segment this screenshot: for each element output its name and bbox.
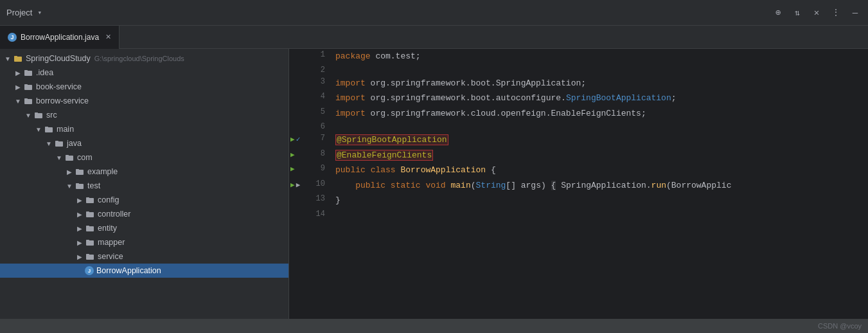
- svg-rect-1: [14, 56, 17, 57]
- dropdown-arrow[interactable]: ▾: [37, 8, 42, 17]
- keyword: import: [335, 109, 366, 118]
- linenum-5: 5: [305, 106, 333, 122]
- svg-rect-19: [76, 183, 79, 184]
- item-name-borrowapplication: BorrowApplication: [96, 266, 161, 275]
- svg-rect-14: [66, 156, 73, 161]
- linenum-2: 2: [305, 64, 333, 76]
- gutter-9: ▶: [289, 163, 305, 178]
- folder-icon-com: [64, 152, 75, 163]
- linecontent-1: package com.test;: [333, 49, 868, 64]
- svg-rect-16: [76, 170, 84, 175]
- keyword: package: [335, 51, 371, 61]
- sidebar-item-main[interactable]: main: [0, 122, 288, 136]
- folder-icon-main: [44, 124, 54, 134]
- menu-icon[interactable]: ⋮: [829, 6, 842, 19]
- sidebar-item-entity[interactable]: entity: [0, 221, 288, 235]
- svg-rect-22: [86, 212, 94, 217]
- sidebar-item-borrow-service[interactable]: borrow-service: [0, 94, 288, 108]
- linecontent-9: public class BorrowApplication {: [333, 163, 868, 178]
- globe-icon[interactable]: ⊕: [772, 6, 784, 19]
- linecontent-4: import org.springframework.boot.autoconf…: [333, 91, 868, 106]
- run-icon-10[interactable]: ▶: [290, 181, 295, 189]
- svg-rect-21: [86, 197, 89, 199]
- gutter-6: [289, 121, 305, 132]
- code-line-10: ▶ ▶ 10 public static void main(String[] …: [289, 178, 868, 194]
- chevron-config: [75, 195, 85, 205]
- svg-rect-12: [55, 141, 63, 147]
- sidebar-item-service[interactable]: service: [0, 249, 288, 264]
- folder-icon-java: [54, 138, 64, 148]
- sidebar-item-springcloudstudy[interactable]: SpringCloudStudy G:\springcloud\SpringCl…: [0, 51, 288, 66]
- code-text: [] args): [506, 181, 551, 190]
- sidebar-item-com[interactable]: com: [0, 150, 288, 165]
- run-icon-9[interactable]: ▶: [289, 164, 295, 173]
- linenum-9: 9: [305, 163, 333, 178]
- gutter-8: ▶: [289, 148, 305, 163]
- item-name-controller: controller: [98, 210, 130, 219]
- svg-rect-24: [86, 226, 94, 231]
- minimize-icon[interactable]: —: [849, 6, 862, 19]
- linenum-7: 7: [305, 132, 333, 148]
- java-file-icon: J: [8, 33, 17, 42]
- spring-class-name: SpringBootApplication: [566, 93, 671, 103]
- chevron-controller: [75, 209, 85, 219]
- run-icon-8[interactable]: ▶: [290, 150, 295, 159]
- linenum-8: 8: [305, 148, 333, 163]
- chevron-test: [64, 181, 75, 191]
- chevron-idea: [13, 68, 23, 78]
- sidebar-item-config[interactable]: config: [0, 193, 288, 207]
- method-name: run: [651, 181, 666, 190]
- linenum-4: 4: [305, 91, 333, 106]
- folder-icon-entity: [85, 223, 95, 233]
- sidebar-item-borrowapplication[interactable]: J BorrowApplication: [0, 264, 288, 278]
- sidebar-item-example[interactable]: example: [0, 165, 288, 179]
- code-text: ;: [671, 93, 677, 103]
- sidebar-item-controller[interactable]: controller: [0, 207, 288, 221]
- item-name-book-service: book-service: [36, 82, 82, 91]
- sidebar-item-src[interactable]: src: [0, 108, 288, 122]
- item-name-com: com: [77, 153, 93, 162]
- project-label: Project: [6, 8, 32, 17]
- file-tab[interactable]: J BorrowApplication.java ✕: [0, 26, 120, 49]
- gutter-7: ▶ ✓: [289, 132, 305, 148]
- folder-icon-example: [75, 166, 85, 177]
- code-line-13: 13 }: [289, 193, 868, 208]
- code-line-4: 4 import org.springframework.boot.autoco…: [289, 91, 868, 106]
- close-icon[interactable]: ✕: [810, 6, 823, 19]
- updown-icon[interactable]: ⇅: [791, 6, 804, 19]
- svg-rect-8: [35, 113, 42, 118]
- folder-icon-idea: [23, 68, 33, 78]
- folder-icon-controller: [85, 209, 95, 219]
- sidebar-item-book-service[interactable]: book-service: [0, 80, 288, 94]
- code-text: }: [335, 195, 341, 205]
- svg-rect-6: [24, 99, 32, 104]
- svg-rect-4: [24, 85, 32, 90]
- folder-icon-book-service: [23, 82, 33, 92]
- linecontent-7: @SpringBootApplication: [333, 132, 868, 148]
- linenum-14: 14: [305, 208, 333, 220]
- item-name-idea: .idea: [36, 68, 53, 77]
- item-name-java: java: [67, 139, 82, 148]
- type-name: String: [476, 181, 506, 190]
- expand-icon-10[interactable]: ▶: [296, 181, 301, 189]
- chevron-main: [33, 124, 44, 134]
- chevron-service: [75, 251, 85, 262]
- sidebar-item-java[interactable]: java: [0, 136, 288, 150]
- tab-filename: BorrowApplication.java: [21, 33, 99, 42]
- sidebar-item-test[interactable]: test: [0, 179, 288, 193]
- keyword: public: [335, 165, 366, 175]
- tab-close-button[interactable]: ✕: [105, 33, 111, 41]
- item-name-example: example: [87, 167, 118, 176]
- run-icon-7[interactable]: ▶: [290, 135, 295, 143]
- item-name-borrow-service: borrow-service: [36, 96, 89, 105]
- item-path-springcloudstudy: G:\springcloud\SpringClouds: [94, 55, 184, 62]
- sidebar-item-mapper[interactable]: mapper: [0, 235, 288, 249]
- sidebar-item-idea[interactable]: .idea: [0, 66, 288, 80]
- keyword: void: [425, 181, 445, 190]
- svg-rect-2: [24, 71, 32, 76]
- code-line-6: 6: [289, 121, 868, 132]
- svg-rect-25: [86, 226, 89, 227]
- project-sidebar: SpringCloudStudy G:\springcloud\SpringCl…: [0, 49, 289, 319]
- code-editor[interactable]: 1 package com.test; 2 3 import org.sprin…: [289, 49, 868, 319]
- linenum-10: 10: [305, 178, 333, 194]
